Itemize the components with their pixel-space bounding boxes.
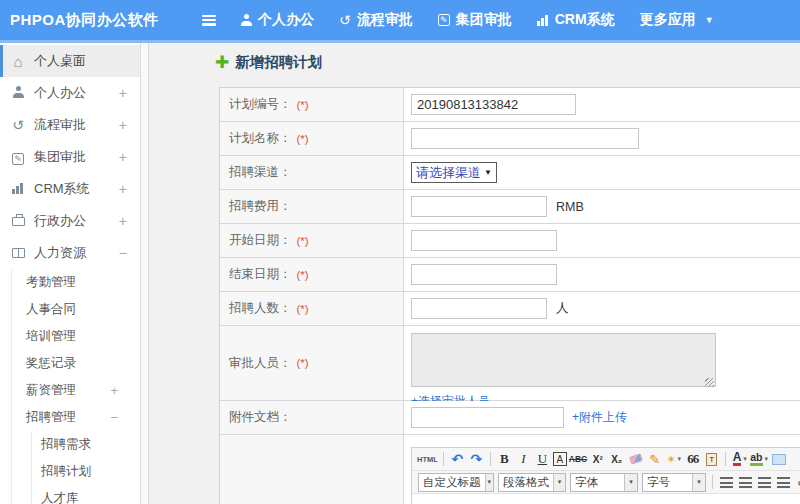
- currency-suffix: RMB: [556, 200, 584, 214]
- html-source-button[interactable]: HTML: [417, 450, 438, 468]
- field-label: 计划名称：: [229, 130, 292, 147]
- expand-plus-icon[interactable]: +: [119, 149, 127, 165]
- channel-select[interactable]: 请选择渠道 ▼: [411, 162, 497, 183]
- format-brush-button[interactable]: ✎: [646, 450, 663, 468]
- superscript-button[interactable]: X²: [589, 450, 606, 468]
- sidebar-item-personal-desktop[interactable]: ⌂ 个人桌面: [0, 45, 140, 77]
- sidebar-item-recruit-demand[interactable]: 招聘需求: [32, 431, 140, 458]
- process-icon: ↺: [339, 14, 351, 26]
- sidebar-item-personnel-contract[interactable]: 人事合同: [12, 296, 140, 323]
- paste-button[interactable]: T: [703, 450, 720, 468]
- paragraph-format-dropdown[interactable]: 段落格式 ▾: [498, 473, 566, 492]
- sidebar-item-training-mgmt[interactable]: 培训管理: [12, 323, 140, 350]
- sidebar-item-recruit-plan[interactable]: 招聘计划: [32, 458, 140, 485]
- expand-plus-icon[interactable]: +: [119, 213, 127, 229]
- undo-button[interactable]: ↶: [449, 450, 466, 468]
- process-icon: ↺: [10, 119, 26, 131]
- sidebar-item-crm-system[interactable]: CRM系统 +: [0, 173, 140, 205]
- sidebar-item-human-resources[interactable]: 人力资源 −: [0, 237, 140, 269]
- end-date-input[interactable]: [411, 264, 557, 285]
- required-marker: (*): [297, 235, 309, 247]
- nav-crm-system[interactable]: CRM系统: [537, 11, 615, 29]
- form-row-plan-name: 计划名称： (*): [220, 122, 800, 156]
- unit-suffix: 人: [556, 300, 569, 317]
- plan-name-input[interactable]: [411, 128, 639, 149]
- field-label: 结束日期：: [229, 266, 292, 283]
- required-marker: (*): [297, 99, 309, 111]
- caret-down-icon: ▾: [485, 474, 494, 491]
- sidebar-item-talent-pool[interactable]: 人才库: [32, 485, 140, 504]
- format-painter-button[interactable]: ✶▾: [665, 450, 682, 468]
- recruit-cost-input[interactable]: [411, 196, 547, 217]
- person-icon: [241, 14, 252, 26]
- caret-down-icon: ▾: [553, 474, 565, 491]
- field-label: 招聘渠道：: [229, 164, 292, 181]
- sidebar-item-process-approval[interactable]: ↺ 流程审批 +: [0, 109, 140, 141]
- sidebar-item-personal-office[interactable]: 个人办公 +: [0, 77, 140, 109]
- attachment-input[interactable]: [411, 407, 564, 428]
- sidebar-item-admin-office[interactable]: 行政办公 +: [0, 205, 140, 237]
- sidebar-item-attendance-mgmt[interactable]: 考勤管理: [12, 269, 140, 296]
- insert-image-button[interactable]: [770, 450, 787, 468]
- blockquote-button[interactable]: 66: [684, 450, 701, 468]
- field-label: 附件文档：: [229, 409, 292, 426]
- subscript-button[interactable]: X₂: [608, 450, 625, 468]
- sidebar-item-reward-punish-records[interactable]: 奖惩记录: [12, 350, 140, 377]
- required-marker: (*): [297, 269, 309, 281]
- align-center-button[interactable]: [737, 473, 754, 491]
- recruit-submenu: 招聘需求 招聘计划 人才库: [31, 431, 140, 504]
- person-icon: [10, 86, 26, 101]
- form-row-attachment: 附件文档： +附件上传: [220, 401, 800, 435]
- align-left-button[interactable]: [718, 473, 735, 491]
- start-date-input[interactable]: [411, 230, 557, 251]
- recruit-plan-form: 计划编号： (*) 计划名称： (*) 招聘渠道： 请选择渠道: [219, 87, 800, 504]
- required-marker: (*): [297, 133, 309, 145]
- eraser-button[interactable]: [627, 450, 644, 468]
- approvers-textarea[interactable]: [411, 333, 716, 387]
- form-row-approvers: 审批人员： (*) +选择审批人员: [220, 326, 800, 401]
- expand-plus-icon[interactable]: +: [119, 117, 127, 133]
- caret-down-icon: ▾: [692, 474, 705, 491]
- hamburger-menu-icon[interactable]: [202, 15, 216, 26]
- collapse-minus-icon[interactable]: −: [119, 245, 127, 261]
- redo-button[interactable]: ↷: [468, 450, 485, 468]
- align-right-button[interactable]: [756, 473, 773, 491]
- expand-plus-icon[interactable]: +: [119, 85, 127, 101]
- bar-chart-icon: [537, 15, 549, 26]
- bold-button[interactable]: B: [496, 450, 513, 468]
- font-family-dropdown[interactable]: 字体 ▾: [570, 473, 638, 492]
- plan-number-input[interactable]: [411, 94, 576, 115]
- editor-toolbar-row-2: 自定义标题 ▾ 段落格式 ▾ 字体 ▾ 字号 ▾: [412, 471, 800, 494]
- nav-process-approval[interactable]: ↺ 流程审批: [339, 11, 413, 29]
- heading-dropdown[interactable]: 自定义标题 ▾: [418, 473, 494, 492]
- sidebar-item-group-approval[interactable]: ✎ 集团审批 +: [0, 141, 140, 173]
- main-content: ✚ 新增招聘计划 计划编号： (*) 计划名称： (*) 招聘渠道：: [148, 43, 800, 504]
- expand-plus-icon[interactable]: +: [110, 383, 118, 398]
- nav-more-apps[interactable]: 更多应用 ▼: [640, 11, 714, 29]
- required-marker: (*): [297, 357, 309, 369]
- font-size-dropdown[interactable]: 字号 ▾: [642, 473, 706, 492]
- headcount-input[interactable]: [411, 298, 547, 319]
- collapse-minus-icon[interactable]: −: [110, 410, 118, 425]
- editor-toolbar-row-1: HTML ↶ ↷ B I U A ABC X² X₂ ✎: [412, 448, 800, 471]
- expand-plus-icon[interactable]: +: [119, 181, 127, 197]
- editor-content-area[interactable]: [412, 494, 800, 504]
- align-justify-button[interactable]: [775, 473, 792, 491]
- sidebar-item-salary-mgmt[interactable]: 薪资管理 +: [12, 377, 140, 404]
- home-icon: ⌂: [10, 55, 26, 68]
- page-title: ✚ 新增招聘计划: [215, 53, 322, 72]
- underline-button[interactable]: U: [534, 450, 551, 468]
- italic-button[interactable]: I: [515, 450, 532, 468]
- briefcase-icon: [10, 214, 26, 229]
- attachment-upload-link[interactable]: +附件上传: [572, 409, 627, 426]
- nav-group-approval[interactable]: ✎ 集团审批: [438, 11, 512, 29]
- font-color-button[interactable]: A▾: [731, 450, 748, 468]
- field-label: 计划编号：: [229, 96, 292, 113]
- insert-link-button[interactable]: ∞: [794, 473, 800, 491]
- highlight-color-button[interactable]: ab▾: [750, 450, 768, 468]
- strikethrough-button[interactable]: ABC: [569, 450, 587, 468]
- sidebar-item-recruit-mgmt[interactable]: 招聘管理 −: [12, 404, 140, 431]
- nav-personal-office[interactable]: 个人办公: [241, 11, 314, 29]
- field-label: 招聘人数：: [229, 300, 292, 317]
- font-style-button[interactable]: A: [553, 452, 567, 466]
